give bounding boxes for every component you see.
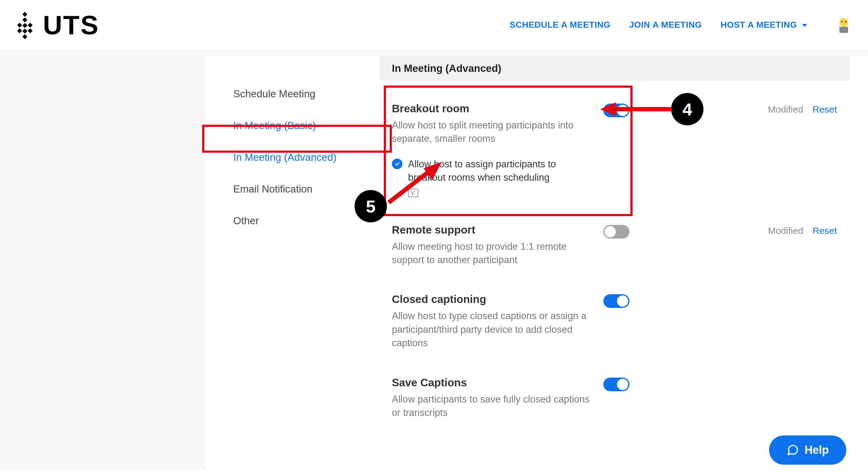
svg-marker-8 [22,34,27,39]
setting-desc: Allow host to split meeting participants… [392,119,591,146]
reset-link[interactable]: Reset [813,104,837,115]
side-nav-other[interactable]: Other [233,205,379,237]
modified-label: Modified [768,104,803,115]
settings-body: Schedule Meeting In Meeting (Basic) In M… [0,50,868,470]
sub-option-text: Allow host to assign participants to bre… [408,157,591,184]
nav-host-meeting[interactable]: HOST A MEETING [721,20,807,30]
nav-host-label: HOST A MEETING [721,20,797,30]
toggle-closed-captioning[interactable] [603,294,629,308]
side-nav-schedule-meeting[interactable]: Schedule Meeting [233,78,379,110]
svg-marker-0 [22,12,27,17]
settings-card: Schedule Meeting In Meeting (Basic) In M… [205,56,868,470]
user-avatar[interactable] [835,16,852,34]
app-header: UTS SCHEDULE A MEETING JOIN A MEETING HO… [0,0,868,50]
svg-marker-3 [28,23,33,28]
svg-marker-1 [22,18,27,22]
varies-icon: V. [408,189,418,197]
setting-save-captions: Save Captions Allow participants to save… [379,367,849,437]
settings-side-nav: Schedule Meeting In Meeting (Basic) In M… [205,56,379,470]
setting-breakout-room: Breakout room Allow host to split meetin… [379,93,849,214]
setting-closed-captioning: Closed captioning Allow host to type clo… [379,284,849,367]
help-label: Help [805,444,829,456]
svg-marker-5 [17,28,22,33]
svg-point-12 [841,21,842,22]
setting-desc: Allow meeting host to provide 1:1 remote… [392,240,591,267]
toggle-save-captions[interactable] [603,378,629,391]
svg-rect-11 [839,27,848,33]
avatar-icon [835,16,852,34]
svg-marker-2 [17,23,22,28]
section-header-advanced: In Meeting (Advanced) [379,56,849,81]
sub-option-assign-participants[interactable]: Allow host to assign participants to bre… [392,157,591,197]
reset-link[interactable]: Reset [813,225,837,236]
setting-desc: Allow host to type closed captions or as… [392,309,591,350]
side-nav-email-notification[interactable]: Email Notification [233,173,379,205]
nav-schedule-meeting[interactable]: SCHEDULE A MEETING [510,20,611,30]
setting-title: Remote support [392,224,591,236]
svg-marker-6 [28,28,33,33]
logo[interactable]: UTS [12,9,99,40]
toggle-remote-support[interactable] [603,225,629,239]
chevron-down-icon [802,24,807,27]
settings-column: In Meeting (Advanced) Breakout room Allo… [379,56,868,470]
setting-remote-support: Remote support Allow meeting host to pro… [379,214,849,284]
modified-label: Modified [768,225,803,236]
chat-icon [786,444,799,456]
side-nav-in-meeting-basic[interactable]: In Meeting (Basic) [233,110,379,141]
header-nav: SCHEDULE A MEETING JOIN A MEETING HOST A… [510,16,852,34]
setting-title: Save Captions [392,376,591,389]
side-nav-in-meeting-advanced[interactable]: In Meeting (Advanced) [233,141,379,173]
help-button[interactable]: Help [769,436,846,465]
uts-logo-icon [12,9,37,40]
setting-desc: Allow participants to save fully closed … [392,392,591,419]
nav-join-meeting[interactable]: JOIN A MEETING [629,20,702,30]
toggle-breakout-room[interactable] [603,103,629,117]
setting-title: Breakout room [392,102,591,115]
svg-point-13 [845,21,846,22]
svg-point-10 [839,18,848,27]
logo-text: UTS [43,10,99,40]
svg-marker-7 [22,29,27,34]
checkbox-checked-icon [392,159,402,169]
setting-title: Closed captioning [392,293,591,306]
svg-marker-4 [22,23,27,28]
